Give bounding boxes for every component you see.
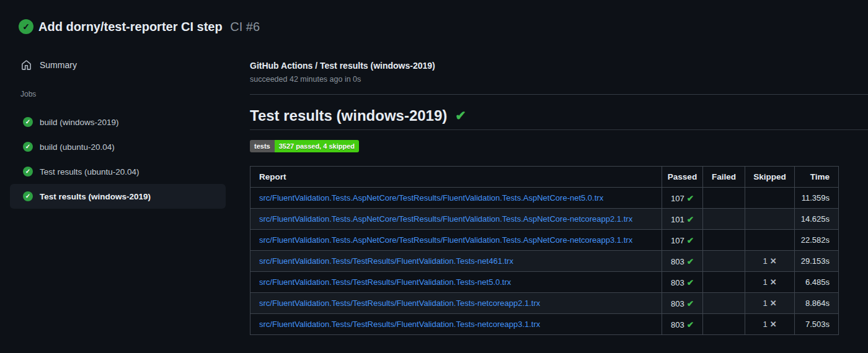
passed-count: 101 — [671, 215, 684, 224]
time-value: 14.625s — [795, 209, 839, 230]
run-header: ✓ Add dorny/test-reporter CI step CI #6 — [0, 0, 868, 46]
passed-count: 803 — [671, 278, 684, 287]
skipped-count: 1 — [763, 320, 767, 329]
run-title: Add dorny/test-reporter CI step — [38, 20, 223, 33]
skipped-count: 1 — [763, 256, 767, 266]
check-icon: ✔ — [687, 194, 694, 203]
badge-value: 3527 passed, 4 skipped — [275, 140, 359, 152]
report-link[interactable]: src/FluentValidation.Tests/TestResults/F… — [259, 299, 657, 308]
time-value: 11.359s — [795, 188, 839, 209]
check-icon: ✔ — [687, 299, 694, 308]
failed-count — [703, 293, 745, 314]
col-header-report: Report — [250, 167, 662, 188]
job-label: Test results (windows-2019) — [40, 192, 151, 201]
sidebar-item-build-ubuntu[interactable]: ✓ build (ubuntu-20.04) — [10, 134, 226, 159]
failed-count — [703, 209, 745, 230]
table-row: src/FluentValidation.Tests.AspNetCore/Te… — [250, 209, 839, 230]
time-value: 22.582s — [795, 230, 839, 251]
table-row: src/FluentValidation.Tests.AspNetCore/Te… — [250, 230, 839, 251]
report-link[interactable]: src/FluentValidation.Tests/TestResults/F… — [259, 256, 657, 266]
skipped-count: 1 — [763, 277, 767, 287]
check-icon: ✔ — [687, 257, 694, 266]
col-header-skipped: Skipped — [745, 167, 795, 188]
table-row: src/FluentValidation.Tests/TestResults/F… — [250, 293, 839, 314]
home-icon — [21, 60, 32, 71]
time-value: 6.485s — [795, 272, 839, 293]
sidebar-item-testresults-windows[interactable]: ✓ Test results (windows-2019) — [10, 184, 226, 209]
check-icon: ✔ — [687, 278, 694, 287]
divider — [250, 94, 868, 95]
sidebar-item-testresults-ubuntu[interactable]: ✓ Test results (ubuntu-20.04) — [10, 159, 226, 184]
job-list: ✓ build (windows-2019) ✓ build (ubuntu-2… — [0, 110, 236, 209]
section-title-row: Test results (windows-2019) ✔ — [250, 107, 868, 130]
report-link[interactable]: src/FluentValidation.Tests.AspNetCore/Te… — [259, 193, 657, 203]
table-row: src/FluentValidation.Tests.AspNetCore/Te… — [250, 188, 839, 209]
table-header-row: Report Passed Failed Skipped Time — [250, 167, 839, 188]
time-value: 29.153s — [795, 251, 839, 272]
report-link[interactable]: src/FluentValidation.Tests/TestResults/F… — [259, 320, 657, 329]
section-title: Test results (windows-2019) — [250, 107, 447, 124]
report-link[interactable]: src/FluentValidation.Tests.AspNetCore/Te… — [259, 235, 657, 245]
check-icon: ✔ — [687, 215, 694, 224]
job-label: build (windows-2019) — [40, 118, 119, 127]
failed-count — [703, 314, 745, 335]
table-row: src/FluentValidation.Tests/TestResults/F… — [250, 272, 839, 293]
skipped-count: 1 — [763, 299, 767, 308]
job-label: Test results (ubuntu-20.04) — [40, 167, 140, 176]
col-header-passed: Passed — [662, 167, 703, 188]
col-header-failed: Failed — [703, 167, 745, 188]
run-number: CI #6 — [230, 20, 260, 33]
check-circle-icon: ✓ — [19, 19, 33, 34]
col-header-time: Time — [795, 167, 839, 188]
sidebar: Summary Jobs ✓ build (windows-2019) ✓ bu… — [0, 46, 236, 209]
failed-count — [703, 230, 745, 251]
sidebar-item-summary[interactable]: Summary — [0, 56, 236, 74]
report-link[interactable]: src/FluentValidation.Tests/TestResults/F… — [259, 277, 657, 287]
passed-count: 803 — [671, 320, 684, 329]
summary-label: Summary — [40, 60, 77, 70]
jobs-section-label: Jobs — [0, 90, 236, 98]
failed-count — [703, 251, 745, 272]
table-row: src/FluentValidation.Tests/TestResults/F… — [250, 251, 839, 272]
sidebar-item-build-windows[interactable]: ✓ build (windows-2019) — [10, 110, 226, 134]
cross-icon: ✕ — [770, 256, 777, 266]
failed-count — [703, 188, 745, 209]
check-run-status: succeeded 42 minutes ago in 0s — [250, 75, 868, 84]
passed-count: 107 — [671, 236, 684, 245]
main-content: GitHub Actions / Test results (windows-2… — [250, 46, 868, 335]
job-label: build (ubuntu-20.04) — [40, 142, 115, 152]
passed-count: 803 — [671, 257, 684, 266]
check-icon: ✔ — [687, 320, 694, 329]
time-value: 7.503s — [795, 314, 839, 335]
check-circle-icon: ✓ — [23, 191, 33, 201]
badge-label: tests — [250, 140, 275, 152]
tests-badge: tests 3527 passed, 4 skipped — [250, 140, 359, 152]
report-link[interactable]: src/FluentValidation.Tests.AspNetCore/Te… — [259, 214, 657, 224]
check-icon: ✔ — [455, 108, 466, 123]
cross-icon: ✕ — [770, 299, 777, 308]
time-value: 8.864s — [795, 293, 839, 314]
table-row: src/FluentValidation.Tests/TestResults/F… — [250, 314, 839, 335]
cross-icon: ✕ — [770, 320, 777, 329]
check-circle-icon: ✓ — [23, 117, 33, 127]
check-circle-icon: ✓ — [23, 167, 33, 176]
check-circle-icon: ✓ — [23, 142, 33, 152]
failed-count — [703, 272, 745, 293]
passed-count: 803 — [671, 299, 684, 308]
test-results-table: Report Passed Failed Skipped Time src/Fl… — [250, 166, 839, 335]
passed-count: 107 — [671, 194, 684, 203]
check-icon: ✔ — [687, 236, 694, 245]
run-title-row: Add dorny/test-reporter CI step CI #6 — [38, 20, 260, 34]
cross-icon: ✕ — [770, 277, 777, 287]
check-run-title: GitHub Actions / Test results (windows-2… — [250, 61, 868, 71]
